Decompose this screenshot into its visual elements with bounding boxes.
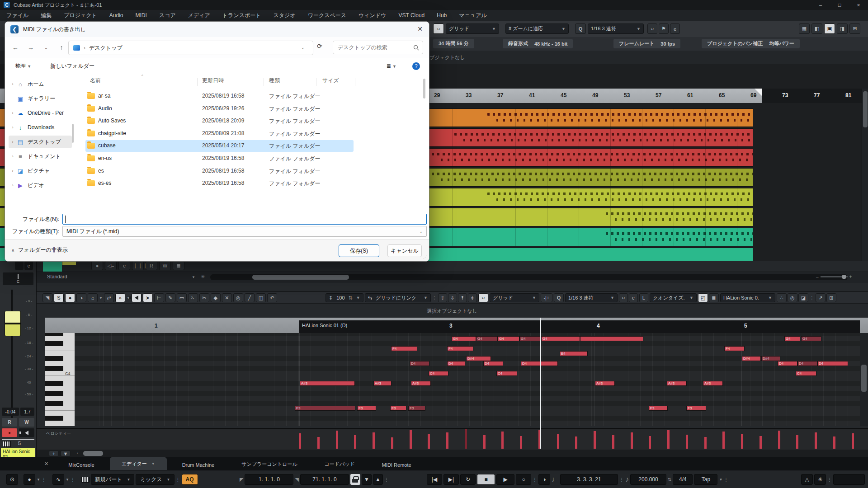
left-locator-flag-icon[interactable]: ◤	[240, 477, 243, 483]
midi-note[interactable]: F4	[447, 346, 473, 351]
scrollbar-thumb[interactable]	[83, 451, 103, 456]
midi-note[interactable]	[580, 336, 643, 341]
velocity-bar[interactable]	[594, 431, 596, 449]
new-folder-button[interactable]: 新しいフォルダー	[50, 62, 94, 70]
breadcrumb-location[interactable]: デスクトップ	[89, 44, 123, 52]
file-row-es[interactable]: es2025/08/19 16:58ファイル フォルダー	[85, 165, 354, 177]
velocity-bar[interactable]	[833, 436, 835, 449]
velocity-bar[interactable]	[317, 437, 320, 449]
tab-midi-remote[interactable]: MIDI Remote	[370, 460, 423, 470]
menu-item-2[interactable]: プロジェクト	[64, 12, 97, 19]
velocity-bar[interactable]	[391, 437, 393, 449]
menu-item-0[interactable]: ファイル	[6, 12, 28, 19]
midi-note[interactable]: F3	[357, 406, 376, 411]
monitor-button[interactable]	[19, 428, 34, 437]
velocity-bar[interactable]	[796, 435, 798, 449]
autoscroll-icon[interactable]: »	[115, 293, 125, 302]
mute-tool[interactable]: ✕	[222, 293, 232, 302]
velocity-bar[interactable]	[354, 435, 356, 449]
lane-select-dropdown[interactable]: ▼	[61, 450, 71, 456]
velocity-bar[interactable]	[428, 434, 430, 449]
stop-button[interactable]: ■	[477, 474, 495, 485]
quantize-extra-icon-1[interactable]: e	[629, 293, 638, 302]
velocity-bar[interactable]	[686, 435, 688, 449]
move-note-icon-0[interactable]: ⇧	[438, 293, 447, 302]
arrange-vertical-scrollbar[interactable]	[862, 89, 868, 272]
midi-note[interactable]: G4	[801, 336, 821, 341]
organize-dropdown[interactable]: 整理 ▼	[15, 62, 31, 70]
midi-note[interactable]: A#3	[595, 381, 615, 386]
black-key[interactable]	[45, 381, 63, 386]
toolbar-extra-icon-0[interactable]: ›‹	[647, 23, 657, 34]
move-note-icon-1[interactable]: ⇩	[448, 293, 457, 302]
filetype-select[interactable]: MIDI ファイル (*.mid) ⌄	[62, 226, 427, 237]
midi-note[interactable]: D4	[447, 361, 465, 366]
tab-drum-machine[interactable]: Drum Machine	[170, 460, 226, 470]
velocity-bar[interactable]	[373, 432, 375, 449]
part-icon-1[interactable]: ≣	[709, 293, 719, 302]
zoom-tool[interactable]: ◎	[233, 293, 243, 302]
menu-item-9[interactable]: ワークスペース	[308, 12, 346, 19]
line-tool[interactable]: ╱	[245, 293, 255, 302]
glue-tool[interactable]: ◆	[211, 293, 221, 302]
toolbar-extra-icon-1[interactable]: ⚑	[659, 23, 669, 34]
midi-note[interactable]: D#4	[466, 356, 491, 361]
track-button-4[interactable]: R	[146, 261, 157, 270]
forward-icon[interactable]: →	[23, 44, 38, 51]
knife-tool[interactable]: ✁	[188, 293, 198, 302]
move-note-icon-3[interactable]: ↡	[468, 293, 477, 302]
midi-note[interactable]: G4	[784, 336, 800, 341]
cycle-lock-icon[interactable]	[350, 474, 360, 485]
key-editor-ruler[interactable]: HALion Sonic 01 (D) 1345	[36, 318, 868, 333]
solo-editor-button[interactable]: S	[54, 293, 64, 302]
midi-note[interactable]: G4	[541, 336, 580, 341]
maximize-button[interactable]: □	[830, 0, 849, 10]
black-key[interactable]	[45, 333, 63, 336]
right-locator-value[interactable]: 71. 1. 1. 0	[300, 474, 349, 485]
snap-icon[interactable]: ›‹	[478, 293, 488, 302]
tempo-value[interactable]: 200.000	[630, 474, 666, 485]
constrain-delay-icon[interactable]: ⊙	[6, 474, 18, 485]
velocity-bar[interactable]	[575, 436, 577, 449]
midi-note[interactable]: G4	[519, 336, 541, 341]
midi-note[interactable]: F3	[408, 406, 425, 411]
velocity-bar[interactable]	[410, 430, 412, 449]
menu-item-13[interactable]: マニュアル	[459, 12, 486, 19]
track-button-2[interactable]: e	[118, 261, 130, 270]
filename-input[interactable]	[62, 214, 427, 225]
velocity-bar[interactable]	[631, 432, 633, 449]
menu-item-1[interactable]: 編集	[41, 12, 52, 19]
left-locator-value[interactable]: 1. 1. 1. 0	[245, 474, 293, 485]
object-selection-tool[interactable]: ➤	[143, 293, 153, 302]
midi-note[interactable]: C4	[429, 371, 448, 376]
midi-note[interactable]: A#3	[373, 381, 392, 386]
window-icon-1[interactable]: ⊞	[826, 293, 836, 302]
layout-toggle-icon-3[interactable]: ◨	[837, 23, 848, 34]
dialog-close-icon[interactable]: ✕	[417, 25, 423, 33]
midi-note[interactable]: E4	[560, 351, 588, 356]
channel-settings-box[interactable]	[15, 262, 24, 270]
expand-chevron-icon[interactable]: ›	[9, 183, 17, 188]
recent-locations-icon[interactable]: ⌄	[38, 45, 54, 50]
menu-item-7[interactable]: トランスポート	[222, 12, 261, 19]
file-row-en-us[interactable]: en-us2025/08/19 16:58ファイル フォルダー	[85, 153, 354, 164]
menu-item-11[interactable]: VST Cloud	[398, 12, 425, 19]
link-projects-icon[interactable]: ⇄	[104, 293, 114, 302]
goto-previous-marker-button[interactable]: |◀	[427, 474, 442, 485]
move-note-icon-2[interactable]: ↟	[458, 293, 467, 302]
window-icon-0[interactable]: ↗	[816, 293, 826, 302]
metronome-icon[interactable]: △	[801, 474, 813, 485]
tab-サンプラーコントロール[interactable]: サンプラーコントロール	[230, 459, 309, 470]
gear-icon[interactable]: ✳	[201, 274, 205, 280]
file-row-cubase[interactable]: cubase2025/05/14 20:17ファイル フォルダー	[85, 140, 354, 152]
grid-type-dropdown[interactable]: # ズームに適応▼	[505, 23, 569, 34]
black-key[interactable]	[45, 391, 63, 396]
snap-type-dropdown[interactable]: グリッド▼	[446, 23, 499, 34]
quantize-icon[interactable]: Q	[554, 293, 564, 302]
midi-note[interactable]: F4	[724, 346, 745, 351]
black-key[interactable]	[45, 341, 63, 346]
quantize-preset-dropdown[interactable]: 1/16 3 連符▼	[565, 293, 618, 302]
insert-loop-icon[interactable]: ↶	[267, 293, 277, 302]
pin-icon[interactable]: ◥	[42, 293, 52, 302]
layout-toggle-icon-0[interactable]: ▦	[799, 23, 810, 34]
